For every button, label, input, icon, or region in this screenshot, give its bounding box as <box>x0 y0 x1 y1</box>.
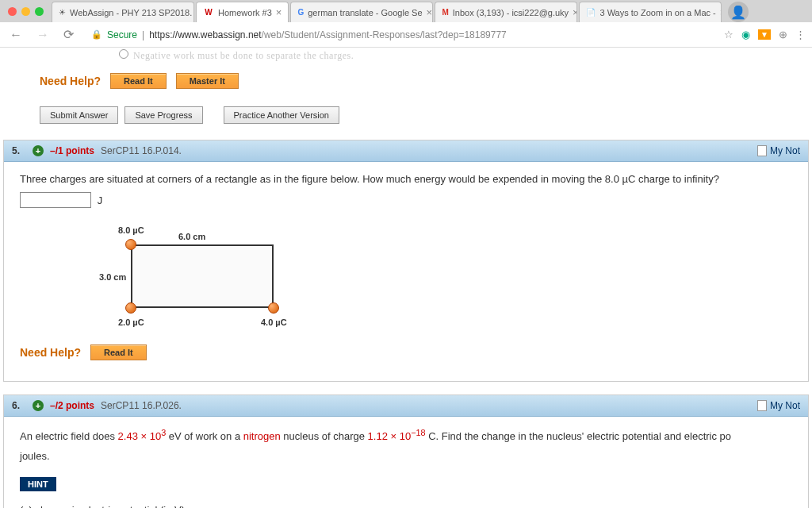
charge-label: 2.0 µC <box>118 318 144 327</box>
tab-label: Inbox (3,193) - icsi222@g.uky <box>453 8 569 17</box>
reference-label: SerCP11 16.P.014. <box>101 145 182 156</box>
reload-button[interactable]: ⟳ <box>60 25 77 44</box>
tab-label: 3 Ways to Zoom in on a Mac - <box>599 8 715 17</box>
height-label: 3.0 cm <box>99 272 126 282</box>
need-help-label: Need Help? <box>20 346 81 359</box>
reference-label: SerCP11 16.P.026. <box>101 400 182 411</box>
lock-icon: 🔒 <box>91 29 102 40</box>
question-5-header: 5. + –/1 points SerCP11 16.P.014. My Not <box>4 140 808 162</box>
webassign-favicon-icon: W <box>203 7 214 18</box>
tab-close-icon[interactable]: × <box>427 6 433 18</box>
browser-tab-wikihow[interactable]: 📄 3 Ways to Zoom in on a Mac - × <box>579 2 722 22</box>
save-progress-button[interactable]: Save Progress <box>124 106 202 124</box>
question-6-header: 6. + –/2 points SerCP11 16.P.026. My Not <box>4 395 808 417</box>
help-row: Need Help? Read It Master It <box>0 67 812 100</box>
unit-label: J <box>98 194 103 206</box>
browser-tab-homework[interactable]: W Homework #3 × <box>196 2 289 22</box>
question-number: 5. <box>12 145 20 156</box>
truncated-prev-text: Negative work must be done to separate t… <box>0 48 812 67</box>
menu-icon[interactable]: ⋮ <box>795 29 806 40</box>
charge-label: 8.0 µC <box>118 225 144 235</box>
forward-button: → <box>33 26 52 44</box>
window-controls <box>5 7 50 22</box>
charge-2uc <box>125 302 136 314</box>
part-a-label: (a) change in electric potential (in V) <box>20 502 792 508</box>
google-favicon-icon: G <box>297 7 304 18</box>
question-5-text: Three charges are situated at corners of… <box>20 171 792 187</box>
browser-address-bar: ← → ⟳ 🔒 Secure | https://www.webassign.n… <box>0 22 812 48</box>
question-6-text: An electric field does 2.43 × 103 eV of … <box>20 426 792 444</box>
read-it-button[interactable]: Read It <box>90 344 147 360</box>
expand-icon[interactable]: + <box>33 145 44 156</box>
browser-tab-gmail[interactable]: M Inbox (3,193) - icsi222@g.uky × <box>435 2 577 22</box>
tab-close-icon[interactable]: × <box>276 6 282 18</box>
rectangle-figure: 8.0 µC 6.0 cm 3.0 cm 2.0 µC 4.0 µC <box>99 221 305 332</box>
note-icon <box>757 145 767 156</box>
browser-tab-strip: ☀ WebAssign - PHY 213 SP2018. × W Homewo… <box>0 0 812 22</box>
wikihow-favicon-icon: 📄 <box>586 7 596 18</box>
expand-icon[interactable]: + <box>33 400 44 411</box>
back-button[interactable]: ← <box>6 26 25 44</box>
gmail-favicon-icon: M <box>442 7 448 18</box>
submit-answer-button[interactable]: Submit Answer <box>40 106 118 124</box>
answer-input[interactable] <box>20 192 91 208</box>
master-it-button[interactable]: Master It <box>176 73 239 89</box>
practice-another-button[interactable]: Practice Another Version <box>224 106 339 124</box>
question-6-body: An electric field does 2.43 × 103 eV of … <box>4 417 808 509</box>
url-path: /web/Student/Assignment-Responses/last?d… <box>262 29 507 40</box>
note-icon <box>757 400 767 411</box>
question-5-card: 5. + –/1 points SerCP11 16.P.014. My Not… <box>3 140 809 382</box>
need-help-label: Need Help? <box>40 75 101 87</box>
webassign-favicon-icon: ☀ <box>59 7 66 18</box>
secure-label: Secure <box>107 29 137 40</box>
points-label: –/1 points <box>50 145 94 156</box>
charge-label: 4.0 µC <box>261 318 287 327</box>
browser-tab-webassign[interactable]: ☀ WebAssign - PHY 213 SP2018. × <box>52 2 194 22</box>
extension-icon[interactable]: ▼ <box>758 29 771 40</box>
profile-avatar-icon[interactable]: 👤 <box>728 2 749 22</box>
width-label: 6.0 cm <box>178 232 205 241</box>
action-row: Submit Answer Save Progress Practice Ano… <box>0 100 812 137</box>
extension-icon[interactable]: ⊕ <box>779 29 787 40</box>
tab-label: german translate - Google Se <box>308 8 422 17</box>
browser-tab-google[interactable]: G german translate - Google Se × <box>290 2 433 22</box>
toolbar-icons: ☆ ◉ ▼ ⊕ ⋮ <box>724 29 806 40</box>
url-field[interactable]: 🔒 Secure | https://www.webassign.net/web… <box>85 26 716 44</box>
question-number: 6. <box>12 400 20 411</box>
star-icon[interactable]: ☆ <box>724 29 733 40</box>
joules-label: joules. <box>20 448 792 464</box>
charge-8uc <box>125 239 136 250</box>
close-window-icon[interactable] <box>8 7 17 16</box>
my-notes-link[interactable]: My Not <box>757 145 800 156</box>
extension-icon[interactable]: ◉ <box>741 29 750 40</box>
hint-button[interactable]: HINT <box>20 477 56 491</box>
tab-label: Homework #3 <box>218 8 272 17</box>
my-notes-link[interactable]: My Not <box>757 400 800 411</box>
question-5-body: Three charges are situated at corners of… <box>4 162 808 381</box>
tab-close-icon[interactable]: × <box>573 6 577 18</box>
tab-close-icon[interactable]: × <box>720 6 722 18</box>
read-it-button[interactable]: Read It <box>110 73 167 89</box>
minimize-window-icon[interactable] <box>21 7 30 16</box>
url-host: https://www.webassign.net <box>149 29 261 40</box>
question-6-card: 6. + –/2 points SerCP11 16.P.026. My Not… <box>3 394 809 509</box>
charge-4uc <box>268 302 279 314</box>
tab-label: WebAssign - PHY 213 SP2018. <box>70 8 192 17</box>
maximize-window-icon[interactable] <box>35 7 44 16</box>
points-label: –/2 points <box>50 400 94 411</box>
